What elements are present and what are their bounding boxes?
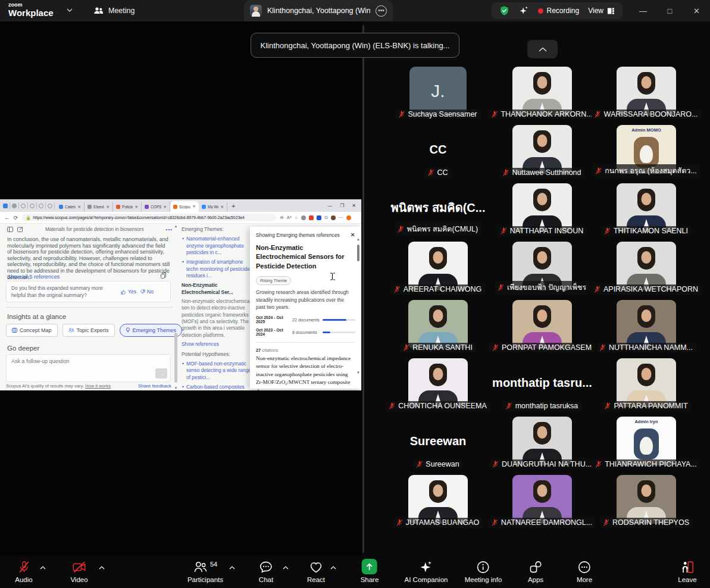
collapse-videos-button[interactable] bbox=[527, 40, 558, 58]
participant-tile[interactable]: NUTTHANICHA NAMM... bbox=[617, 300, 676, 349]
extension-icon[interactable] bbox=[309, 215, 314, 220]
hypothesis-link[interactable]: MOF-based non-enzymatic senso detecting … bbox=[186, 361, 252, 381]
view-button[interactable]: View bbox=[588, 7, 615, 15]
participant-tile[interactable]: RENUKA SANTHI bbox=[408, 300, 468, 349]
share-feedback-link[interactable]: Share feedback bbox=[138, 383, 171, 389]
participant-tile[interactable]: WARISSARA BOONJARO... bbox=[617, 67, 676, 115]
ai-companion-sparkle-icon[interactable] bbox=[518, 5, 529, 16]
new-chat-icon[interactable] bbox=[17, 227, 23, 232]
sidebar-toggle-icon[interactable] bbox=[7, 227, 13, 232]
participants-options-chevron[interactable] bbox=[229, 566, 235, 570]
minimize-button[interactable]: — bbox=[630, 7, 656, 15]
audio-button[interactable]: Audio bbox=[15, 560, 32, 583]
tab-options-icon[interactable]: ••• bbox=[376, 5, 387, 17]
scroll-down-icon[interactable]: ▼ bbox=[174, 386, 178, 390]
participant-tile[interactable]: พนิตพร สมคิด(C...พนิตพร สมคิด(CMUL) bbox=[408, 183, 468, 232]
favorite-star-icon[interactable]: ☆ bbox=[295, 215, 299, 220]
leave-button[interactable]: Leave bbox=[678, 560, 696, 583]
conversation-menu-icon[interactable]: ••• bbox=[166, 227, 173, 232]
left-panel-scrollbar[interactable]: ▲ ▼ bbox=[174, 224, 178, 390]
show-all-references-link[interactable]: Show all 5 references bbox=[7, 274, 60, 280]
scroll-up-icon[interactable]: ▲ bbox=[356, 237, 360, 241]
refresh-icon[interactable]: ⟳ bbox=[14, 215, 18, 221]
pinned-tab-icon[interactable] bbox=[3, 204, 8, 208]
close-panel-icon[interactable]: ✕ bbox=[351, 232, 355, 238]
copy-icon[interactable] bbox=[161, 273, 166, 279]
panel-divider[interactable] bbox=[362, 25, 364, 553]
workspace-chevron-down-icon[interactable] bbox=[67, 8, 73, 12]
participant-tile[interactable]: Admin Iryn THIANRAWICH PICHAYA... bbox=[617, 417, 676, 465]
pinned-tab-icon[interactable] bbox=[12, 204, 17, 208]
extension-icon[interactable] bbox=[301, 215, 306, 220]
video-options-chevron[interactable] bbox=[99, 566, 105, 570]
hypothesis-link[interactable]: Carbon-based composites can en sensors, … bbox=[186, 384, 252, 390]
more-tools-icon[interactable]: ⋯ bbox=[339, 215, 343, 220]
participant-tile[interactable]: J.Suchaya Saensamer bbox=[408, 67, 468, 115]
browser-tab[interactable]: Elsevier Au✕ bbox=[85, 202, 113, 212]
chat-button[interactable]: Chat bbox=[259, 560, 273, 583]
theme-link[interactable]: Nanomaterial-enhanced enzyme organophosp… bbox=[186, 236, 252, 256]
participant-tile[interactable]: CCCC bbox=[408, 125, 468, 174]
browser-tab[interactable]: My Webina✕ bbox=[199, 202, 227, 212]
browser-tab[interactable]: COPS SD_T✕ bbox=[142, 202, 170, 212]
scroll-up-icon[interactable]: ▲ bbox=[174, 224, 178, 228]
participant-tile[interactable]: JUTAMAS BUANGAO bbox=[408, 475, 468, 524]
extension-icon[interactable] bbox=[317, 215, 321, 220]
apps-button[interactable]: Apps bbox=[528, 560, 543, 583]
send-question-button[interactable]: → bbox=[155, 368, 167, 379]
browser-tab[interactable]: Policies an✕ bbox=[113, 202, 142, 212]
read-aloud-icon[interactable]: Aᵃ bbox=[287, 215, 292, 220]
feedback-no-button[interactable]: No bbox=[140, 289, 154, 295]
participant-tile[interactable]: THANCHANOK ARKORN... bbox=[512, 67, 572, 115]
theme-link[interactable]: Integration of smartphone techn monitori… bbox=[186, 259, 252, 279]
browser-tab[interactable]: Scopus - S✕ bbox=[170, 201, 199, 212]
audio-options-chevron[interactable] bbox=[40, 566, 46, 570]
react-button[interactable]: React bbox=[307, 560, 325, 583]
participant-tile[interactable]: เพียงขอบฟ้า ปัญญาเพ็ชร bbox=[512, 242, 572, 290]
meeting-info-button[interactable]: Meeting info bbox=[465, 560, 502, 583]
followup-question-input[interactable] bbox=[7, 355, 170, 373]
more-button[interactable]: More bbox=[577, 560, 592, 583]
tab-close-icon[interactable]: ✕ bbox=[106, 205, 110, 209]
close-button[interactable]: ✕ bbox=[683, 7, 710, 15]
participant-tile[interactable]: RODSARIN THEPYOS bbox=[617, 475, 676, 524]
paper-title-link[interactable]: Non-enzymatic electrochemical impedance … bbox=[256, 355, 354, 390]
concept-map-button[interactable]: Concept Map bbox=[6, 324, 58, 337]
how-it-works-link[interactable]: How it works bbox=[85, 383, 111, 389]
pinned-globe-icon[interactable] bbox=[48, 204, 52, 208]
participant-tile[interactable]: THITIKAMON SAENLI bbox=[617, 183, 676, 232]
references-scrollbar[interactable]: ▲ ▼ bbox=[357, 241, 360, 372]
maximize-button[interactable]: □ bbox=[656, 7, 683, 15]
participant-tile[interactable]: NATNAREE DAMRONGL... bbox=[512, 475, 572, 524]
show-references-link[interactable]: Show references bbox=[182, 341, 252, 348]
browser-close-button[interactable]: ✕ bbox=[352, 203, 356, 208]
tab-active-speaker[interactable]: Klinthongchai, Yoottapong (Win) ••• bbox=[244, 0, 393, 21]
participant-tile[interactable]: PORNPAT PAMOKGASEM bbox=[512, 300, 572, 349]
share-button[interactable]: Share bbox=[361, 560, 379, 583]
browser-restore-button[interactable]: ❐ bbox=[340, 203, 344, 208]
participant-tile[interactable]: SureewanSureewan bbox=[408, 417, 468, 465]
participant-tile[interactable]: Admin MOMO กนกพร อรุณ (ห้องสมุดสัตว... bbox=[617, 125, 676, 174]
tab-close-icon[interactable]: ✕ bbox=[163, 205, 167, 209]
participant-tile[interactable]: monthatip tasru...monthatip tasruksa bbox=[512, 358, 572, 407]
tab-close-icon[interactable]: ✕ bbox=[77, 205, 81, 209]
participant-tile[interactable]: DUANGRUTHAI NA THU... bbox=[512, 417, 572, 465]
pinned-tabs[interactable] bbox=[1, 199, 55, 212]
back-icon[interactable]: ← bbox=[4, 215, 10, 221]
scrollbar-thumb[interactable] bbox=[357, 245, 359, 261]
react-options-chevron[interactable] bbox=[330, 566, 336, 570]
feedback-yes-button[interactable]: Yes bbox=[121, 289, 136, 295]
copilot-icon[interactable] bbox=[346, 215, 351, 220]
tab-close-icon[interactable]: ✕ bbox=[220, 205, 224, 209]
participant-tile[interactable]: AREERAT CHAIWONG bbox=[408, 242, 468, 290]
participant-tile[interactable]: CHONTICHA OUNSEEMA bbox=[408, 358, 468, 407]
browser-minimize-button[interactable]: — bbox=[327, 203, 332, 208]
participant-tile[interactable]: Nuttawee Sutthinond bbox=[512, 125, 572, 174]
pinned-globe-icon[interactable] bbox=[21, 204, 26, 208]
tab-meeting[interactable]: Meeting bbox=[93, 0, 135, 21]
address-bar[interactable]: 🔒 https://www.scopus.com/pages/ai?tempor… bbox=[21, 214, 276, 221]
tab-close-icon[interactable]: ✕ bbox=[135, 205, 138, 209]
topic-experts-button[interactable]: Topic Experts bbox=[62, 324, 115, 337]
video-button[interactable]: Video bbox=[70, 560, 87, 583]
security-shield-icon[interactable] bbox=[499, 5, 509, 16]
